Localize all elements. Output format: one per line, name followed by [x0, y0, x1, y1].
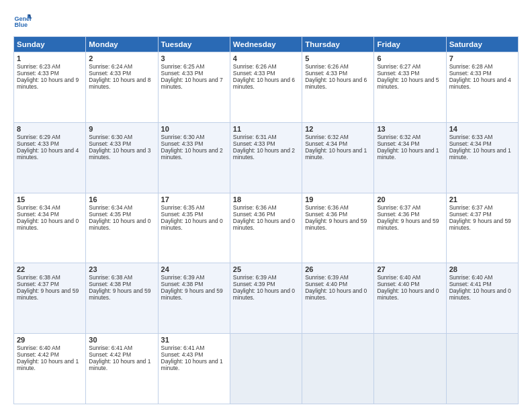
daylight-label: Daylight: 10 hours and 1 minute. — [89, 358, 150, 371]
day-number: 11 — [233, 125, 299, 133]
sunrise-label: Sunrise: 6:38 AM — [89, 274, 132, 281]
sunset-label: Sunset: 4:41 PM — [449, 281, 492, 287]
day-number: 8 — [17, 125, 83, 133]
day-number: 16 — [89, 195, 154, 203]
dow-header: Wednesday — [230, 37, 302, 52]
sunrise-label: Sunrise: 6:31 AM — [233, 134, 277, 140]
daylight-label: Daylight: 9 hours and 59 minutes. — [161, 287, 223, 301]
sunset-label: Sunset: 4:33 PM — [233, 140, 275, 147]
sunrise-label: Sunrise: 6:28 AM — [449, 63, 493, 70]
svg-text:Blue: Blue — [14, 21, 28, 28]
calendar-cell: 19 Sunrise: 6:36 AM Sunset: 4:36 PM Dayl… — [302, 193, 374, 263]
calendar-cell — [374, 334, 446, 404]
sunset-label: Sunset: 4:43 PM — [161, 351, 204, 358]
sunrise-label: Sunrise: 6:24 AM — [89, 63, 132, 70]
calendar-cell: 5 Sunrise: 6:26 AM Sunset: 4:33 PM Dayli… — [302, 52, 374, 123]
sunset-label: Sunset: 4:40 PM — [305, 281, 347, 287]
dow-header: Thursday — [302, 37, 374, 52]
day-number: 5 — [305, 54, 371, 62]
calendar-cell: 20 Sunrise: 6:37 AM Sunset: 4:36 PM Dayl… — [374, 193, 446, 263]
daylight-label: Daylight: 10 hours and 1 minute. — [161, 358, 223, 371]
day-number: 19 — [305, 195, 371, 203]
sunrise-label: Sunrise: 6:36 AM — [305, 204, 349, 211]
day-number: 28 — [449, 265, 515, 273]
calendar-cell: 23 Sunrise: 6:38 AM Sunset: 4:38 PM Dayl… — [86, 263, 158, 334]
calendar-cell: 8 Sunrise: 6:29 AM Sunset: 4:33 PM Dayli… — [14, 122, 86, 193]
calendar-cell: 18 Sunrise: 6:36 AM Sunset: 4:36 PM Dayl… — [230, 193, 302, 263]
sunset-label: Sunset: 4:38 PM — [161, 281, 204, 287]
sunrise-label: Sunrise: 6:25 AM — [161, 63, 205, 70]
daylight-label: Daylight: 10 hours and 0 minutes. — [17, 218, 79, 231]
daylight-label: Daylight: 10 hours and 4 minutes. — [449, 77, 511, 90]
dow-header: Friday — [374, 37, 446, 52]
day-number: 24 — [161, 265, 227, 273]
calendar-cell: 9 Sunrise: 6:30 AM Sunset: 4:33 PM Dayli… — [86, 122, 158, 193]
day-number: 17 — [161, 195, 227, 203]
sunrise-label: Sunrise: 6:39 AM — [233, 274, 277, 281]
calendar-cell: 15 Sunrise: 6:34 AM Sunset: 4:34 PM Dayl… — [14, 193, 86, 263]
day-number: 3 — [161, 54, 227, 62]
daylight-label: Daylight: 10 hours and 2 minutes. — [161, 147, 223, 161]
sunrise-label: Sunrise: 6:37 AM — [377, 204, 420, 211]
calendar-cell: 21 Sunrise: 6:37 AM Sunset: 4:37 PM Dayl… — [446, 193, 518, 263]
daylight-label: Daylight: 10 hours and 8 minutes. — [89, 77, 150, 90]
calendar-cell: 16 Sunrise: 6:34 AM Sunset: 4:35 PM Dayl… — [86, 193, 158, 263]
calendar-cell: 29 Sunrise: 6:40 AM Sunset: 4:42 PM Dayl… — [14, 334, 86, 404]
daylight-label: Daylight: 10 hours and 6 minutes. — [305, 77, 367, 90]
daylight-label: Daylight: 10 hours and 7 minutes. — [161, 77, 223, 90]
calendar-cell: 12 Sunrise: 6:32 AM Sunset: 4:34 PM Dayl… — [302, 122, 374, 193]
daylight-label: Daylight: 10 hours and 0 minutes. — [161, 218, 223, 231]
daylight-label: Daylight: 10 hours and 0 minutes. — [377, 287, 439, 301]
daylight-label: Daylight: 10 hours and 1 minute. — [377, 147, 439, 161]
calendar-cell: 24 Sunrise: 6:39 AM Sunset: 4:38 PM Dayl… — [158, 263, 230, 334]
sunset-label: Sunset: 4:35 PM — [161, 211, 204, 218]
calendar-cell: 28 Sunrise: 6:40 AM Sunset: 4:41 PM Dayl… — [446, 263, 518, 334]
calendar-cell: 25 Sunrise: 6:39 AM Sunset: 4:39 PM Dayl… — [230, 263, 302, 334]
calendar-cell: 7 Sunrise: 6:28 AM Sunset: 4:33 PM Dayli… — [446, 52, 518, 123]
day-number: 9 — [89, 125, 154, 133]
daylight-label: Daylight: 10 hours and 1 minute. — [305, 147, 367, 161]
day-number: 13 — [377, 125, 443, 133]
day-number: 29 — [17, 336, 83, 344]
daylight-label: Daylight: 10 hours and 1 minute. — [449, 147, 511, 161]
sunrise-label: Sunrise: 6:32 AM — [305, 134, 349, 140]
daylight-label: Daylight: 9 hours and 59 minutes. — [89, 287, 150, 301]
dow-header: Tuesday — [158, 37, 230, 52]
sunset-label: Sunset: 4:33 PM — [17, 70, 59, 77]
sunrise-label: Sunrise: 6:40 AM — [449, 274, 493, 281]
daylight-label: Daylight: 10 hours and 3 minutes. — [89, 147, 150, 161]
day-number: 14 — [449, 125, 515, 133]
sunrise-label: Sunrise: 6:39 AM — [305, 274, 349, 281]
sunrise-label: Sunrise: 6:41 AM — [89, 345, 132, 351]
sunrise-label: Sunrise: 6:36 AM — [233, 204, 277, 211]
sunrise-label: Sunrise: 6:40 AM — [377, 274, 420, 281]
calendar-cell: 30 Sunrise: 6:41 AM Sunset: 4:42 PM Dayl… — [86, 334, 158, 404]
sunset-label: Sunset: 4:42 PM — [17, 351, 59, 358]
page-header: General Blue — [13, 11, 519, 30]
sunset-label: Sunset: 4:33 PM — [17, 140, 59, 147]
sunset-label: Sunset: 4:33 PM — [449, 70, 492, 77]
day-number: 18 — [233, 195, 299, 203]
daylight-label: Daylight: 10 hours and 1 minute. — [17, 358, 79, 371]
daylight-label: Daylight: 10 hours and 0 minutes. — [233, 287, 295, 301]
sunrise-label: Sunrise: 6:29 AM — [17, 134, 60, 140]
sunset-label: Sunset: 4:39 PM — [233, 281, 275, 287]
sunset-label: Sunset: 4:42 PM — [89, 351, 131, 358]
sunset-label: Sunset: 4:36 PM — [377, 211, 419, 218]
sunrise-label: Sunrise: 6:38 AM — [17, 274, 60, 281]
calendar-cell: 1 Sunrise: 6:23 AM Sunset: 4:33 PM Dayli… — [14, 52, 86, 123]
day-number: 6 — [377, 54, 443, 62]
sunset-label: Sunset: 4:37 PM — [449, 211, 492, 218]
sunrise-label: Sunrise: 6:26 AM — [305, 63, 349, 70]
daylight-label: Daylight: 10 hours and 5 minutes. — [377, 77, 439, 90]
day-number: 20 — [377, 195, 443, 203]
sunrise-label: Sunrise: 6:41 AM — [161, 345, 205, 351]
logo: General Blue — [13, 11, 32, 30]
sunset-label: Sunset: 4:33 PM — [377, 70, 419, 77]
calendar-cell: 4 Sunrise: 6:26 AM Sunset: 4:33 PM Dayli… — [230, 52, 302, 123]
sunrise-label: Sunrise: 6:34 AM — [89, 204, 132, 211]
sunrise-label: Sunrise: 6:39 AM — [161, 274, 205, 281]
daylight-label: Daylight: 10 hours and 0 minutes. — [233, 218, 295, 231]
daylight-label: Daylight: 10 hours and 0 minutes. — [449, 287, 511, 301]
sunrise-label: Sunrise: 6:27 AM — [377, 63, 420, 70]
